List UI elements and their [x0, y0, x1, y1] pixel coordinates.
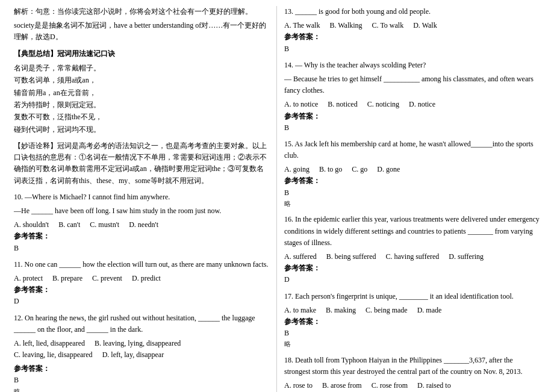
- q11-opt-c: C. prevent: [92, 273, 122, 284]
- tip-6: 碰到代词时，冠词均不现。: [14, 123, 269, 135]
- q12-options-row2: C. leaving, lie, disappeared D. left, la…: [14, 349, 269, 361]
- analysis-intro: 解析：句意：当你读完这部小说时，你将会对这个社会有一个更好的理解。: [14, 6, 269, 17]
- q13-answer: B: [284, 43, 540, 55]
- q10-text: —Where is Michael? I cannot find him any…: [25, 193, 170, 201]
- q10-opt-d: D. needn't: [129, 219, 158, 231]
- q16-opt-d: D. suffering: [449, 251, 484, 263]
- q17-opt-d: D. made: [417, 305, 442, 316]
- q10-answer: B: [14, 243, 269, 254]
- left-column: 解析：句意：当你读完这部小说时，你将会对这个社会有一个更好的理解。 societ…: [9, 6, 277, 392]
- q11-opt-b: B. prepare: [52, 273, 82, 284]
- q14-opt-d: D. notice: [409, 99, 435, 110]
- q14-text-body: — Why is the teacher always scolding Pet…: [295, 61, 426, 69]
- q13-opt-d: D. Walk: [413, 20, 437, 31]
- q12-options-row1: A. left, lied, disappeared B. leaving, l…: [14, 338, 269, 349]
- q13-opt-b: B. Walking: [329, 20, 362, 31]
- q16-text-body: In the epidemic earlier this year, vario…: [284, 215, 540, 246]
- q11-options: A. protect B. prepare C. prevent D. pred…: [14, 273, 269, 284]
- q13-options: A. The walk B. Walking C. To walk D. Wal…: [284, 20, 540, 31]
- q12-note: 略: [14, 387, 269, 392]
- q12-number: 12.: [14, 314, 23, 322]
- q15-note: 略: [284, 199, 540, 210]
- tip-1: 名词是秃子，常常戴帽子。: [14, 62, 269, 74]
- q15-section: 15. As Jack left his membership card at …: [284, 138, 540, 210]
- q10-opt-b: B. can't: [58, 219, 80, 231]
- tip-5: 复数不可数，泛指the不见，: [14, 111, 269, 123]
- q16-opt-b: B. being suffered: [326, 251, 376, 263]
- q18-opt-d: D. raised to: [417, 380, 451, 391]
- q18-text: 18. Death toll from Typhoon Haiyan in th…: [284, 355, 540, 378]
- q15-options: A. going B. to go C. go D. gone: [284, 164, 540, 175]
- q15-opt-a: A. going: [284, 164, 310, 175]
- q12-answer-label: 参考答案：: [14, 363, 269, 375]
- q16-answer: D: [284, 274, 540, 285]
- q12-options: A. left, lied, disappeared B. leaving, l…: [14, 338, 269, 361]
- q11-section: 11. No one can ______ how the election w…: [14, 259, 269, 308]
- q18-opt-a: A. rose to: [284, 380, 313, 391]
- q14-text: 14. — Why is the teacher always scolding…: [284, 60, 540, 71]
- q13-text-body: ______ is good for both young and old pe…: [295, 7, 431, 16]
- q12-opt-a: A. left, lied, disappeared: [14, 338, 85, 349]
- q16-opt-a: A. suffered: [284, 251, 317, 263]
- q13-opt-a: A. The walk: [284, 20, 320, 31]
- q14-opt-b: B. noticed: [328, 99, 357, 110]
- q16-opt-c: C. having suffered: [386, 251, 440, 263]
- q10-opt-c: C. mustn't: [90, 219, 119, 231]
- q14-section: 14. — Why is the teacher always scolding…: [284, 60, 540, 134]
- q16-text: 16. In the epidemic earlier this year, v…: [284, 214, 540, 249]
- q17-note: 略: [284, 339, 540, 350]
- q16-section: 16. In the epidemic earlier this year, v…: [284, 214, 540, 285]
- q17-opt-b: B. making: [326, 305, 356, 316]
- q10-options: A. shouldn't B. can't C. mustn't D. need…: [14, 219, 269, 231]
- q12-opt-d: D. left, lay, disappear: [102, 349, 164, 361]
- q12-text: 12. On hearing the news, the girl rushed…: [14, 313, 269, 335]
- q13-section: 13. ______ is good for both young and ol…: [284, 6, 540, 55]
- q13-number: 13.: [284, 7, 293, 16]
- q14-text2: — Because he tries to get himself ______…: [284, 73, 540, 96]
- q17-opt-c: C. being made: [366, 305, 408, 316]
- q13-text: 13. ______ is good for both young and ol…: [284, 6, 540, 17]
- q10-section: 10. —Where is Michael? I cannot find him…: [14, 191, 269, 254]
- q16-options: A. suffered B. being suffered C. having …: [284, 251, 540, 263]
- q11-number: 11.: [14, 260, 23, 269]
- bracket-title: 【典型总结】冠词用法速记口诀: [14, 48, 269, 60]
- q11-opt-a: A. protect: [14, 273, 43, 284]
- analysis-section: 解析：句意：当你读完这部小说时，你将会对这个社会有一个更好的理解。 societ…: [14, 6, 269, 43]
- q11-text-body: No one can ______ how the election will …: [25, 260, 269, 269]
- q12-opt-c: C. leaving, lie, disappeared: [14, 349, 93, 361]
- q11-text: 11. No one can ______ how the election w…: [14, 259, 269, 270]
- q17-answer: B: [284, 328, 540, 339]
- q17-text: 17. Each person's fingerprint is unique,…: [284, 291, 540, 302]
- q14-opt-a: A. to notice: [284, 99, 318, 110]
- q10-number: 10.: [14, 193, 23, 201]
- q17-section: 17. Each person's fingerprint is unique,…: [284, 291, 540, 350]
- q14-opt-c: C. noticing: [367, 99, 399, 110]
- q18-opt-c: C. rose from: [372, 380, 408, 391]
- q18-section: 18. Death toll from Typhoon Haiyan in th…: [284, 355, 540, 392]
- q14-answer-label: 参考答案：: [284, 111, 540, 122]
- q15-text-body: As Jack left his membership card at home…: [284, 140, 534, 160]
- q10-text2: —He ______ have been off long. I saw him…: [14, 205, 269, 217]
- q18-text-body: Death toll from Typhoon Haiyan in the Ph…: [284, 356, 522, 376]
- q15-answer: B: [284, 187, 540, 199]
- q12-answer: B: [14, 375, 269, 386]
- q18-number: 18.: [284, 356, 293, 364]
- q15-number: 15.: [284, 140, 293, 148]
- q13-answer-label: 参考答案：: [284, 31, 540, 43]
- bracket-section2: 【妙语诠释】冠词是高考必考的语法知识之一，也是高考考查的主要对象。以上口诀包括的…: [14, 140, 269, 187]
- tip-2: 可数名词单，须用a或an，: [14, 74, 269, 86]
- q11-answer: D: [14, 296, 269, 307]
- q10-answer-label: 参考答案：: [14, 231, 269, 242]
- tip-3: 辅音前用a，an在元音前，: [14, 87, 269, 99]
- q16-answer-label: 参考答案：: [284, 263, 540, 274]
- q10-number-text: 10. —Where is Michael? I cannot find him…: [14, 191, 269, 203]
- q12-text-body: On hearing the news, the girl rushed out…: [14, 314, 255, 334]
- q11-opt-d: D. predict: [132, 273, 161, 284]
- analysis-detail: society是是抽象名词不加冠词，have a better understa…: [14, 20, 269, 43]
- q16-number: 16.: [284, 215, 293, 223]
- q17-opt-a: A. to make: [284, 305, 316, 316]
- right-column: 13. ______ is good for both young and ol…: [277, 6, 545, 392]
- q17-text-body: Each person's fingerprint is unique, ___…: [295, 292, 514, 300]
- q11-answer-label: 参考答案：: [14, 284, 269, 296]
- q15-opt-c: C. go: [352, 164, 367, 175]
